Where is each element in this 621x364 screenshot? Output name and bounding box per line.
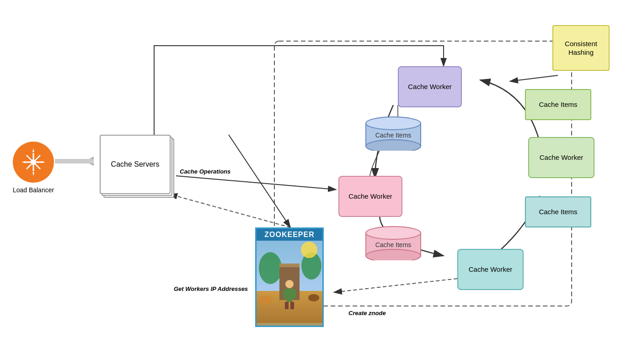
svg-point-33	[308, 294, 319, 301]
cache-worker-4: Cache Worker	[528, 137, 594, 178]
svg-point-34	[301, 242, 317, 258]
svg-rect-31	[290, 302, 294, 309]
zookeeper-scene	[257, 241, 322, 327]
ci1-cw2-connect	[369, 151, 380, 178]
cache-worker-3: Cache Worker	[457, 249, 524, 290]
svg-point-18	[366, 249, 421, 260]
cache-servers-label: Cache Servers	[111, 160, 160, 169]
svg-text:Cache Items: Cache Items	[375, 132, 412, 139]
svg-rect-29	[292, 290, 296, 299]
top-to-zoo-arrow	[229, 135, 290, 227]
cw3-to-zoo-dashed	[334, 279, 457, 292]
cache-items-1: Cache Items	[364, 116, 423, 153]
svg-rect-27	[287, 288, 292, 302]
cs-to-cw2-arrow	[176, 176, 336, 190]
create-znode-label: Create znode	[348, 310, 386, 317]
consistent-hashing-box: Consistent Hashing	[552, 25, 610, 71]
ch-to-cw1-arrow	[510, 75, 558, 81]
lb-to-cs-arrow-body	[55, 159, 94, 164]
zookeeper-image: ZOOKEEPER	[255, 227, 324, 327]
cache-operations-label: Cache Operations	[180, 168, 230, 175]
cache-items-4: Cache Items	[525, 196, 591, 227]
get-workers-ip-label: Get Workers IP Addresses	[174, 285, 248, 292]
zoo-to-cs-dashed	[169, 194, 290, 227]
svg-rect-28	[283, 290, 287, 299]
cache-items-3: Cache Items	[525, 89, 591, 120]
cache-servers-rect-front: Cache Servers	[100, 135, 171, 194]
load-balancer-icon	[13, 142, 54, 183]
load-balancer-label: Load Balancer	[6, 186, 60, 194]
svg-text:Cache Items: Cache Items	[375, 241, 412, 248]
cache-worker-1: Cache Worker	[398, 66, 462, 107]
zookeeper-title: ZOOKEEPER	[257, 229, 322, 241]
diagram: Load Balancer Cache Servers Cache Worker…	[0, 0, 621, 364]
svg-point-17	[366, 227, 421, 239]
svg-point-7	[31, 159, 36, 165]
lb-to-cs-arrowhead	[85, 157, 94, 166]
svg-point-32	[259, 295, 273, 305]
svg-point-22	[259, 252, 282, 284]
svg-point-13	[366, 117, 421, 130]
lb-svg-icon	[20, 148, 47, 176]
cache-items-2: Cache Items	[364, 226, 423, 262]
svg-rect-25	[279, 264, 300, 267]
svg-rect-30	[285, 302, 289, 309]
svg-point-14	[366, 140, 421, 151]
cache-worker-2: Cache Worker	[338, 176, 402, 217]
svg-point-26	[285, 280, 294, 288]
